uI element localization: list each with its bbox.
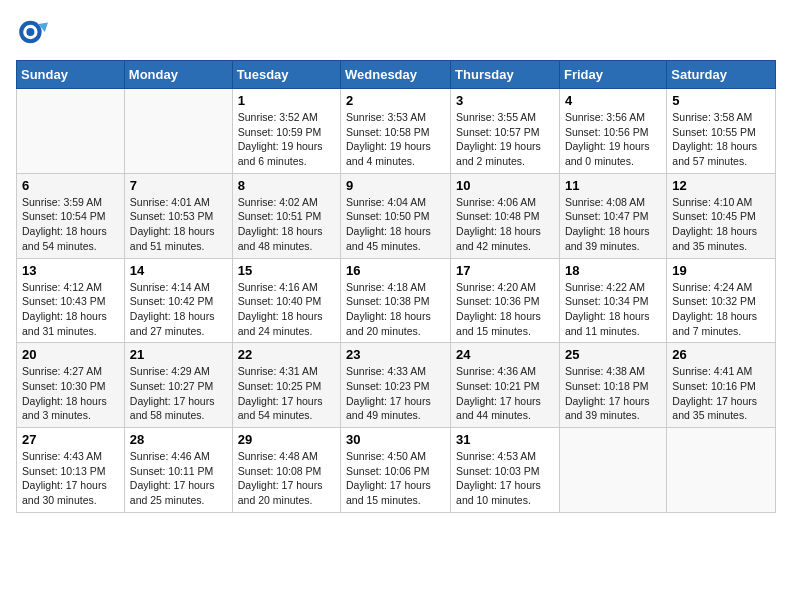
calendar-day-cell: 10Sunrise: 4:06 AM Sunset: 10:48 PM Dayl… bbox=[451, 173, 560, 258]
calendar-day-cell bbox=[559, 428, 666, 513]
day-of-week-header: Sunday bbox=[17, 61, 125, 89]
day-number: 29 bbox=[238, 432, 335, 447]
day-info: Sunrise: 3:55 AM Sunset: 10:57 PM Daylig… bbox=[456, 110, 554, 169]
page-header bbox=[16, 16, 776, 48]
calendar-day-cell bbox=[667, 428, 776, 513]
day-info: Sunrise: 4:01 AM Sunset: 10:53 PM Daylig… bbox=[130, 195, 227, 254]
day-info: Sunrise: 4:20 AM Sunset: 10:36 PM Daylig… bbox=[456, 280, 554, 339]
day-number: 1 bbox=[238, 93, 335, 108]
calendar-day-cell: 9Sunrise: 4:04 AM Sunset: 10:50 PM Dayli… bbox=[341, 173, 451, 258]
day-info: Sunrise: 4:33 AM Sunset: 10:23 PM Daylig… bbox=[346, 364, 445, 423]
day-of-week-header: Wednesday bbox=[341, 61, 451, 89]
day-number: 18 bbox=[565, 263, 661, 278]
day-info: Sunrise: 4:06 AM Sunset: 10:48 PM Daylig… bbox=[456, 195, 554, 254]
day-of-week-header: Monday bbox=[124, 61, 232, 89]
day-number: 10 bbox=[456, 178, 554, 193]
calendar-week-row: 27Sunrise: 4:43 AM Sunset: 10:13 PM Dayl… bbox=[17, 428, 776, 513]
calendar-day-cell: 8Sunrise: 4:02 AM Sunset: 10:51 PM Dayli… bbox=[232, 173, 340, 258]
calendar-day-cell: 4Sunrise: 3:56 AM Sunset: 10:56 PM Dayli… bbox=[559, 89, 666, 174]
day-number: 23 bbox=[346, 347, 445, 362]
calendar-day-cell: 31Sunrise: 4:53 AM Sunset: 10:03 PM Dayl… bbox=[451, 428, 560, 513]
day-info: Sunrise: 4:02 AM Sunset: 10:51 PM Daylig… bbox=[238, 195, 335, 254]
calendar-day-cell: 16Sunrise: 4:18 AM Sunset: 10:38 PM Dayl… bbox=[341, 258, 451, 343]
calendar-day-cell: 26Sunrise: 4:41 AM Sunset: 10:16 PM Dayl… bbox=[667, 343, 776, 428]
day-info: Sunrise: 4:48 AM Sunset: 10:08 PM Daylig… bbox=[238, 449, 335, 508]
day-info: Sunrise: 4:43 AM Sunset: 10:13 PM Daylig… bbox=[22, 449, 119, 508]
calendar-day-cell: 14Sunrise: 4:14 AM Sunset: 10:42 PM Dayl… bbox=[124, 258, 232, 343]
day-info: Sunrise: 4:53 AM Sunset: 10:03 PM Daylig… bbox=[456, 449, 554, 508]
calendar-day-cell: 13Sunrise: 4:12 AM Sunset: 10:43 PM Dayl… bbox=[17, 258, 125, 343]
calendar-header-row: SundayMondayTuesdayWednesdayThursdayFrid… bbox=[17, 61, 776, 89]
calendar-day-cell: 27Sunrise: 4:43 AM Sunset: 10:13 PM Dayl… bbox=[17, 428, 125, 513]
logo bbox=[16, 16, 52, 48]
logo-icon bbox=[16, 16, 48, 48]
day-number: 2 bbox=[346, 93, 445, 108]
day-info: Sunrise: 4:12 AM Sunset: 10:43 PM Daylig… bbox=[22, 280, 119, 339]
calendar-day-cell: 28Sunrise: 4:46 AM Sunset: 10:11 PM Dayl… bbox=[124, 428, 232, 513]
svg-point-2 bbox=[26, 28, 34, 36]
day-info: Sunrise: 4:50 AM Sunset: 10:06 PM Daylig… bbox=[346, 449, 445, 508]
day-info: Sunrise: 4:41 AM Sunset: 10:16 PM Daylig… bbox=[672, 364, 770, 423]
day-info: Sunrise: 4:14 AM Sunset: 10:42 PM Daylig… bbox=[130, 280, 227, 339]
day-info: Sunrise: 4:36 AM Sunset: 10:21 PM Daylig… bbox=[456, 364, 554, 423]
day-info: Sunrise: 3:52 AM Sunset: 10:59 PM Daylig… bbox=[238, 110, 335, 169]
day-number: 21 bbox=[130, 347, 227, 362]
day-info: Sunrise: 3:58 AM Sunset: 10:55 PM Daylig… bbox=[672, 110, 770, 169]
day-info: Sunrise: 4:31 AM Sunset: 10:25 PM Daylig… bbox=[238, 364, 335, 423]
day-number: 16 bbox=[346, 263, 445, 278]
day-number: 14 bbox=[130, 263, 227, 278]
day-number: 27 bbox=[22, 432, 119, 447]
day-number: 31 bbox=[456, 432, 554, 447]
calendar-day-cell: 20Sunrise: 4:27 AM Sunset: 10:30 PM Dayl… bbox=[17, 343, 125, 428]
day-of-week-header: Tuesday bbox=[232, 61, 340, 89]
day-info: Sunrise: 4:16 AM Sunset: 10:40 PM Daylig… bbox=[238, 280, 335, 339]
day-of-week-header: Saturday bbox=[667, 61, 776, 89]
day-number: 30 bbox=[346, 432, 445, 447]
calendar-day-cell: 1Sunrise: 3:52 AM Sunset: 10:59 PM Dayli… bbox=[232, 89, 340, 174]
day-of-week-header: Thursday bbox=[451, 61, 560, 89]
day-info: Sunrise: 3:53 AM Sunset: 10:58 PM Daylig… bbox=[346, 110, 445, 169]
day-info: Sunrise: 4:10 AM Sunset: 10:45 PM Daylig… bbox=[672, 195, 770, 254]
calendar-day-cell: 15Sunrise: 4:16 AM Sunset: 10:40 PM Dayl… bbox=[232, 258, 340, 343]
calendar-day-cell: 3Sunrise: 3:55 AM Sunset: 10:57 PM Dayli… bbox=[451, 89, 560, 174]
calendar-day-cell: 19Sunrise: 4:24 AM Sunset: 10:32 PM Dayl… bbox=[667, 258, 776, 343]
day-number: 19 bbox=[672, 263, 770, 278]
day-info: Sunrise: 3:56 AM Sunset: 10:56 PM Daylig… bbox=[565, 110, 661, 169]
calendar-day-cell: 6Sunrise: 3:59 AM Sunset: 10:54 PM Dayli… bbox=[17, 173, 125, 258]
day-number: 25 bbox=[565, 347, 661, 362]
calendar-week-row: 6Sunrise: 3:59 AM Sunset: 10:54 PM Dayli… bbox=[17, 173, 776, 258]
calendar-day-cell: 29Sunrise: 4:48 AM Sunset: 10:08 PM Dayl… bbox=[232, 428, 340, 513]
day-number: 3 bbox=[456, 93, 554, 108]
day-info: Sunrise: 4:38 AM Sunset: 10:18 PM Daylig… bbox=[565, 364, 661, 423]
calendar-day-cell: 21Sunrise: 4:29 AM Sunset: 10:27 PM Dayl… bbox=[124, 343, 232, 428]
day-number: 26 bbox=[672, 347, 770, 362]
calendar-day-cell: 22Sunrise: 4:31 AM Sunset: 10:25 PM Dayl… bbox=[232, 343, 340, 428]
day-number: 22 bbox=[238, 347, 335, 362]
day-number: 11 bbox=[565, 178, 661, 193]
calendar-day-cell bbox=[124, 89, 232, 174]
day-number: 8 bbox=[238, 178, 335, 193]
day-info: Sunrise: 4:18 AM Sunset: 10:38 PM Daylig… bbox=[346, 280, 445, 339]
calendar-week-row: 20Sunrise: 4:27 AM Sunset: 10:30 PM Dayl… bbox=[17, 343, 776, 428]
calendar-day-cell: 24Sunrise: 4:36 AM Sunset: 10:21 PM Dayl… bbox=[451, 343, 560, 428]
calendar-day-cell: 11Sunrise: 4:08 AM Sunset: 10:47 PM Dayl… bbox=[559, 173, 666, 258]
calendar-day-cell: 23Sunrise: 4:33 AM Sunset: 10:23 PM Dayl… bbox=[341, 343, 451, 428]
calendar-day-cell: 5Sunrise: 3:58 AM Sunset: 10:55 PM Dayli… bbox=[667, 89, 776, 174]
calendar-table: SundayMondayTuesdayWednesdayThursdayFrid… bbox=[16, 60, 776, 513]
day-number: 13 bbox=[22, 263, 119, 278]
calendar-day-cell: 25Sunrise: 4:38 AM Sunset: 10:18 PM Dayl… bbox=[559, 343, 666, 428]
day-number: 6 bbox=[22, 178, 119, 193]
calendar-day-cell: 2Sunrise: 3:53 AM Sunset: 10:58 PM Dayli… bbox=[341, 89, 451, 174]
day-info: Sunrise: 3:59 AM Sunset: 10:54 PM Daylig… bbox=[22, 195, 119, 254]
day-number: 7 bbox=[130, 178, 227, 193]
calendar-day-cell: 18Sunrise: 4:22 AM Sunset: 10:34 PM Dayl… bbox=[559, 258, 666, 343]
calendar-week-row: 1Sunrise: 3:52 AM Sunset: 10:59 PM Dayli… bbox=[17, 89, 776, 174]
calendar-day-cell: 17Sunrise: 4:20 AM Sunset: 10:36 PM Dayl… bbox=[451, 258, 560, 343]
day-info: Sunrise: 4:27 AM Sunset: 10:30 PM Daylig… bbox=[22, 364, 119, 423]
day-number: 20 bbox=[22, 347, 119, 362]
day-info: Sunrise: 4:46 AM Sunset: 10:11 PM Daylig… bbox=[130, 449, 227, 508]
day-number: 17 bbox=[456, 263, 554, 278]
day-info: Sunrise: 4:04 AM Sunset: 10:50 PM Daylig… bbox=[346, 195, 445, 254]
day-number: 5 bbox=[672, 93, 770, 108]
day-number: 9 bbox=[346, 178, 445, 193]
